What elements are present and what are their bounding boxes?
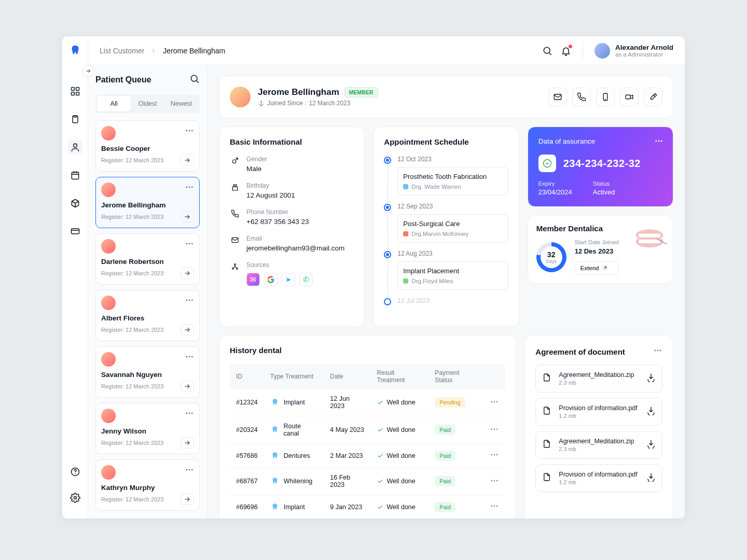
table-row: #20324 Route canal 4 May 2023 Well done … (230, 416, 505, 444)
timeline-card[interactable]: Post-Surgical Care Drg.Marvin McKinney (397, 214, 508, 243)
patient-card[interactable]: Jenny Wilson Register: 12 March 2023 (95, 403, 200, 454)
tab-oldest[interactable]: Oldest (131, 96, 164, 111)
patient-card[interactable]: Savannah Nguyen Register: 12 March 2023 (95, 346, 200, 398)
source-google[interactable] (264, 273, 278, 286)
teeth-illustration (631, 224, 668, 250)
download-button[interactable] (646, 406, 656, 417)
nav-card[interactable] (68, 224, 82, 239)
action-call[interactable] (572, 88, 591, 106)
nav-dashboard[interactable] (68, 84, 82, 99)
timeline-dot (384, 204, 391, 211)
patient-card-register: Register: 12 March 2023 (101, 496, 163, 502)
card-menu[interactable] (185, 126, 194, 137)
source-messenger[interactable]: ✉ (246, 273, 260, 286)
download-button[interactable] (646, 373, 656, 384)
card-menu[interactable] (185, 409, 194, 420)
timeline-card[interactable]: Implant Placement Drg.Floyd Miles (397, 261, 508, 290)
download-button[interactable] (646, 439, 656, 451)
card-menu[interactable] (185, 183, 194, 194)
card-menu[interactable] (185, 465, 194, 477)
svg-point-54 (494, 429, 495, 430)
svg-point-57 (494, 454, 495, 455)
patient-card[interactable]: Kathryn Murphy Register: 12 March 2023 (95, 459, 200, 511)
app-shell: List Customer Jerome Bellingham Alexande… (62, 36, 685, 519)
nav-package[interactable] (68, 196, 82, 211)
card-menu[interactable] (185, 296, 194, 307)
patient-card[interactable]: Darlene Robertson Register: 12 March 202… (95, 233, 200, 285)
patient-card[interactable]: Albert Flores Register: 12 March 2023 (95, 290, 200, 341)
patient-card-register: Register: 12 March 2023 (101, 270, 163, 276)
topbar: List Customer Jerome Bellingham Alexande… (88, 36, 685, 65)
tooth-icon (270, 477, 280, 486)
svg-point-61 (497, 480, 498, 481)
download-button[interactable] (646, 472, 656, 484)
svg-point-65 (655, 350, 656, 351)
basic-info-card: Basic Informational GenderMale Birthday1… (219, 127, 365, 327)
gender-icon (231, 157, 239, 165)
member-badge: MEMBER (344, 87, 378, 97)
row-menu[interactable] (490, 397, 499, 408)
svg-point-42 (656, 141, 657, 142)
profile-menu[interactable]: Alexander Arnold as a Administrator (594, 43, 673, 59)
action-edit[interactable] (644, 88, 662, 106)
svg-point-12 (186, 130, 187, 131)
svg-point-44 (661, 141, 662, 142)
row-menu[interactable] (490, 476, 499, 487)
patient-card-register: Register: 12 March 2023 (101, 440, 163, 446)
open-patient[interactable] (181, 211, 194, 222)
svg-point-32 (192, 469, 193, 470)
open-patient[interactable] (181, 155, 194, 166)
queue-search-button[interactable] (189, 74, 200, 86)
open-patient[interactable] (181, 381, 194, 392)
extend-button[interactable]: Extend (575, 261, 619, 275)
card-menu[interactable] (185, 352, 194, 363)
patient-avatar-sm (101, 296, 116, 310)
card-menu[interactable] (185, 239, 194, 250)
breadcrumb-root[interactable]: List Customer (100, 47, 144, 55)
open-patient[interactable] (181, 437, 194, 449)
birthday-icon (231, 183, 239, 191)
open-patient[interactable] (181, 494, 194, 505)
agreement-menu[interactable] (653, 346, 662, 357)
svg-point-53 (491, 429, 492, 430)
action-mobile[interactable] (596, 88, 615, 106)
nav-clipboard[interactable] (68, 112, 82, 127)
patient-card-register: Register: 12 March 2023 (101, 157, 163, 163)
svg-point-11 (191, 75, 197, 81)
row-menu[interactable] (490, 450, 499, 461)
svg-point-60 (494, 480, 495, 481)
nav-calendar[interactable] (68, 168, 82, 183)
assurance-menu[interactable] (654, 136, 663, 148)
open-patient[interactable] (181, 324, 194, 335)
source-whatsapp[interactable]: ✆ (299, 273, 313, 286)
patient-card[interactable]: Bessie Cooper Register: 12 March 2023 (95, 120, 200, 172)
open-patient[interactable] (181, 268, 194, 279)
action-email[interactable] (548, 88, 567, 106)
patient-card[interactable]: Jerome Bellingham Register: 12 March 202… (95, 177, 200, 228)
svg-rect-6 (72, 172, 78, 179)
tab-newest[interactable]: Newest (164, 96, 198, 111)
row-menu[interactable] (490, 501, 499, 512)
nav-settings[interactable] (68, 491, 82, 505)
timeline-date: 12 Jul 2023 (397, 297, 508, 304)
row-menu[interactable] (490, 425, 499, 436)
nav-help[interactable] (68, 465, 82, 479)
timeline-item: 12 Oct 2023 Prosthetic Tooth Fabrication… (384, 156, 508, 195)
source-telegram[interactable]: ➤ (282, 273, 295, 286)
svg-point-62 (491, 506, 492, 507)
action-video[interactable] (620, 88, 639, 106)
timeline-card[interactable]: Prosthetic Tooth Fabrication Drg. Wade W… (397, 167, 508, 195)
search-button[interactable] (542, 46, 552, 56)
breadcrumb: List Customer Jerome Bellingham (100, 47, 225, 55)
nav-patients[interactable] (68, 140, 82, 155)
external-icon (602, 265, 608, 271)
tab-all[interactable]: All (97, 96, 131, 111)
patient-avatar-sm (101, 465, 116, 480)
file-icon (542, 439, 552, 451)
timeline-item: 12 Sep 2023 Post-Surgical Care Drg.Marvi… (384, 203, 508, 243)
notification-button[interactable] (561, 46, 571, 56)
patient-card-name: Darlene Robertson (101, 258, 194, 265)
rail-expand-button[interactable] (82, 65, 94, 77)
svg-point-18 (186, 243, 187, 244)
timeline-item: 12 Aug 2023 Implant Placement Drg.Floyd … (384, 250, 508, 290)
